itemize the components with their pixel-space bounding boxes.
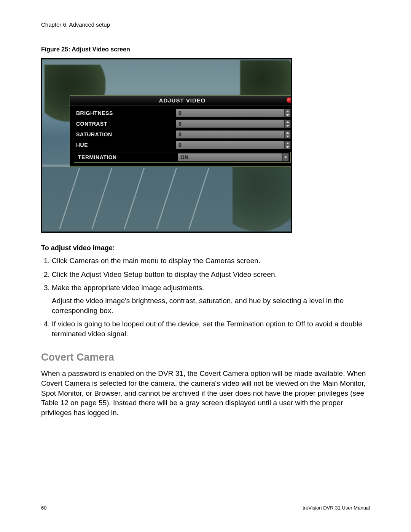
step-3: Make the appropriate video image adjustm…: [52, 283, 370, 315]
dialog-body: BRIGHTNESS 0 CONTRAST 0: [70, 105, 292, 166]
close-icon[interactable]: [286, 97, 292, 103]
page-number: 60: [41, 505, 46, 511]
step-1-text: Click Cameras on the main menu to displa…: [52, 257, 260, 265]
saturation-stepper[interactable]: [285, 130, 291, 139]
adjust-video-screenshot: ADJUST VIDEO BRIGHTNESS 0 CONTRAST: [41, 58, 292, 233]
step-4: If video is going to be looped out of th…: [52, 319, 370, 339]
step-4-text: If video is going to be looped out of th…: [52, 320, 362, 338]
hue-label: HUE: [74, 142, 172, 148]
chevron-up-icon[interactable]: [285, 141, 290, 145]
termination-label: TERMINATION: [76, 154, 174, 160]
saturation-field[interactable]: 0: [176, 130, 291, 139]
brightness-stepper[interactable]: [285, 109, 291, 117]
hue-value[interactable]: 0: [176, 141, 285, 149]
instruction-list: Click Cameras on the main menu to displa…: [41, 256, 370, 339]
brightness-row: BRIGHTNESS 0: [74, 108, 291, 118]
step-2-text: Click the Adjust Video Setup button to d…: [52, 270, 277, 278]
brightness-field[interactable]: 0: [176, 109, 291, 117]
contrast-label: CONTRAST: [74, 121, 172, 127]
step-1: Click Cameras on the main menu to displa…: [52, 256, 370, 266]
figure-caption: Figure 25: Adjust Video screen: [41, 46, 370, 53]
chevron-down-icon[interactable]: [285, 145, 290, 149]
termination-field[interactable]: ON: [178, 153, 289, 161]
manual-title: truVision DVR 31 User Manual: [303, 505, 370, 511]
brightness-label: BRIGHTNESS: [74, 110, 172, 116]
step-2: Click the Adjust Video Setup button to d…: [52, 270, 370, 280]
adjust-video-dialog: ADJUST VIDEO BRIGHTNESS 0 CONTRAST: [70, 95, 292, 167]
termination-row: TERMINATION ON: [74, 152, 291, 163]
termination-value[interactable]: ON: [178, 153, 283, 161]
step-3-detail: Adjust the video image's brightness, con…: [52, 296, 370, 315]
saturation-label: SATURATION: [74, 131, 172, 137]
section-body: When a password is enabled on the DVR 31…: [41, 369, 370, 417]
contrast-stepper[interactable]: [285, 120, 291, 128]
brightness-value[interactable]: 0: [176, 109, 285, 117]
dialog-title: ADJUST VIDEO: [159, 97, 206, 104]
chapter-header: Chapter 6: Advanced setup: [41, 21, 370, 28]
dialog-title-bar: ADJUST VIDEO: [70, 96, 292, 105]
step-3-text: Make the appropriate video image adjustm…: [52, 284, 204, 292]
termination-dropdown[interactable]: [283, 153, 289, 161]
page-footer: 60 truVision DVR 31 User Manual: [41, 505, 370, 511]
contrast-field[interactable]: 0: [176, 120, 291, 128]
instructions-heading: To adjust video image:: [41, 244, 370, 252]
contrast-value[interactable]: 0: [176, 120, 285, 128]
saturation-value[interactable]: 0: [176, 130, 285, 139]
chevron-up-icon[interactable]: [285, 120, 290, 124]
chevron-up-icon[interactable]: [285, 131, 290, 134]
saturation-row: SATURATION 0: [74, 129, 291, 140]
chevron-down-icon[interactable]: [285, 113, 290, 117]
hue-field[interactable]: 0: [176, 141, 291, 149]
section-heading: Covert Camera: [41, 351, 370, 363]
hue-row: HUE 0: [74, 140, 291, 150]
hue-stepper[interactable]: [285, 141, 291, 149]
chevron-down-icon[interactable]: [285, 124, 290, 128]
chevron-down-icon[interactable]: [285, 134, 290, 138]
manual-page: Chapter 6: Advanced setup Figure 25: Adj…: [0, 0, 411, 532]
contrast-row: CONTRAST 0: [74, 118, 291, 129]
chevron-up-icon[interactable]: [285, 109, 290, 113]
chevron-down-icon: [284, 157, 287, 158]
